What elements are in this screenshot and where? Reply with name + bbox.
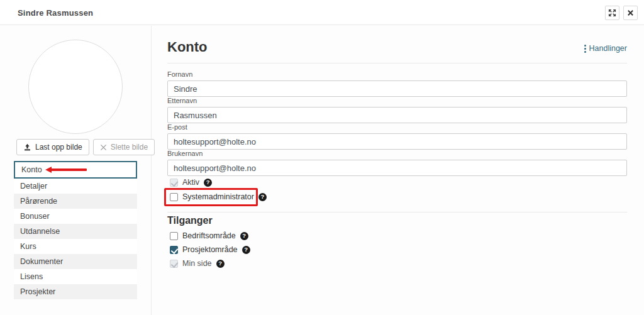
sidebar-item-dokumenter[interactable]: Dokumenter	[14, 254, 137, 269]
systemadministrator-label: Systemadministrator	[182, 192, 254, 201]
panel-divider	[151, 26, 152, 315]
expand-icon	[608, 9, 616, 17]
delete-photo-button[interactable]: Slette bilde	[93, 139, 155, 155]
kebab-icon	[584, 45, 586, 47]
aktiv-help-icon[interactable]: ?	[204, 179, 212, 187]
close-button[interactable]	[623, 6, 638, 20]
bedriftsomrade-help-icon[interactable]: ?	[240, 232, 248, 240]
divider	[167, 212, 627, 213]
aktiv-checkbox	[170, 179, 178, 187]
avatar	[28, 40, 123, 134]
minside-label: Min side	[182, 259, 212, 268]
etternavn-field[interactable]	[167, 107, 627, 123]
bedriftsomrade-checkbox[interactable]	[170, 232, 178, 240]
window-title: Sindre Rasmussen	[18, 8, 93, 18]
brukernavn-field[interactable]	[167, 160, 627, 176]
systemadministrator-help-icon[interactable]: ?	[258, 193, 267, 201]
window-titlebar: Sindre Rasmussen	[0, 0, 644, 25]
fornavn-field[interactable]	[167, 80, 627, 97]
fornavn-label: Fornavn	[167, 70, 627, 78]
sidebar-item-parorende[interactable]: Pårørende	[14, 194, 137, 209]
upload-icon	[23, 143, 31, 152]
sidebar-item-konto[interactable]: Konto	[14, 161, 137, 179]
sidebar-item-utdannelse[interactable]: Utdannelse	[14, 224, 137, 239]
minside-checkbox	[170, 260, 178, 268]
prosjektomrade-help-icon[interactable]: ?	[242, 246, 250, 254]
systemadministrator-checkbox[interactable]	[170, 193, 178, 201]
minside-help-icon[interactable]: ?	[216, 260, 225, 268]
sidebar-item-kurs[interactable]: Kurs	[14, 239, 137, 254]
expand-button[interactable]	[605, 6, 619, 20]
page-title: Konto	[167, 39, 208, 55]
etternavn-label: Etternavn	[167, 97, 627, 104]
handlinger-menu[interactable]: Handlinger	[584, 44, 627, 53]
upload-photo-button[interactable]: Last opp bilde	[16, 139, 89, 155]
prosjektomrade-checkbox[interactable]	[170, 246, 178, 254]
profile-nav: Konto Detaljer Pårørende Bonuser Utdanne…	[14, 161, 137, 299]
sidebar-item-bonuser[interactable]: Bonuser	[14, 209, 137, 224]
konto-panel: Konto Handlinger Fornavn Etternavn E-pos…	[167, 26, 627, 315]
epost-label: E-post	[167, 123, 627, 131]
brukernavn-label: Brukernavn	[167, 150, 627, 157]
aktiv-label: Aktiv	[182, 178, 199, 187]
divider	[167, 63, 627, 64]
tilganger-title: Tilganger	[167, 215, 213, 226]
bedriftsomrade-label: Bedriftsområde	[182, 231, 236, 240]
epost-field[interactable]	[167, 133, 627, 150]
sidebar-item-prosjekter[interactable]: Prosjekter	[14, 284, 137, 299]
sidebar-item-detaljer[interactable]: Detaljer	[14, 179, 137, 194]
delete-icon	[100, 144, 107, 151]
prosjektomrade-label: Prosjektområde	[182, 245, 238, 254]
sidebar-item-lisens[interactable]: Lisens	[14, 269, 137, 284]
red-arrow-annotation	[45, 169, 87, 171]
close-icon	[627, 9, 634, 16]
profile-dialog: Sindre Rasmussen	[0, 0, 644, 315]
